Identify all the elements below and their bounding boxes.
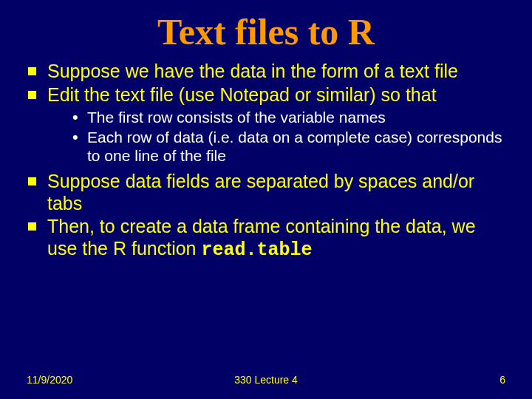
bullet-item: Edit the text file (use Notepad or simil…: [25, 84, 510, 166]
footer-page-number: 6: [499, 374, 505, 386]
bullet-item: Then, to create a data frame containing …: [25, 216, 510, 261]
bullet-text: Suppose data fields are separated by spa…: [47, 171, 474, 214]
sub-bullet-text: Each row of data (i.e. data on a complet…: [87, 129, 502, 164]
bullet-item: Suppose data fields are separated by spa…: [25, 171, 510, 214]
sub-bullet-list: The first row consists of the variable n…: [47, 109, 510, 165]
bullet-item: Suppose we have the data in the form of …: [25, 61, 510, 83]
bullet-text: Edit the text file (use Notepad or simil…: [47, 84, 437, 105]
bullet-text: Suppose we have the data in the form of …: [47, 61, 458, 81]
main-bullet-list: Suppose we have the data in the form of …: [25, 61, 510, 261]
slide-content: Suppose we have the data in the form of …: [0, 61, 532, 261]
slide-title: Text files to R: [0, 0, 532, 61]
footer-center: 330 Lecture 4: [0, 374, 532, 386]
slide-footer: 330 Lecture 4 11/9/2020 6: [0, 374, 532, 386]
sub-bullet-item: Each row of data (i.e. data on a complet…: [71, 129, 510, 166]
sub-bullet-item: The first row consists of the variable n…: [71, 109, 510, 127]
slide: Text files to R Suppose we have the data…: [0, 0, 532, 399]
code-text: read.table: [201, 239, 312, 261]
footer-date: 11/9/2020: [27, 374, 72, 386]
sub-bullet-text: The first row consists of the variable n…: [87, 109, 386, 126]
